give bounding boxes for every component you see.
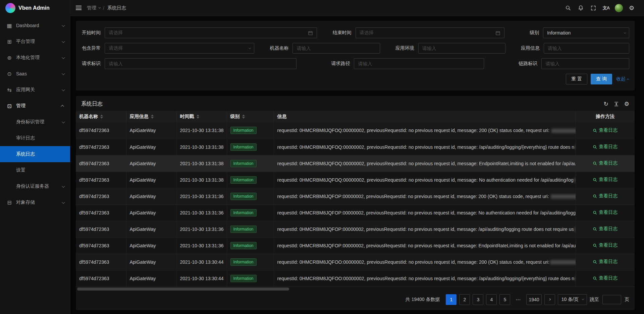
page-ellipsis[interactable]: ••• [513, 294, 524, 305]
column-header-machine-name[interactable]: 机器名称 [76, 111, 126, 122]
app-logo[interactable]: Vben Admin [0, 0, 70, 16]
cell-message: requestId: 0HMCRBM8JQFOP:00000002, previ… [274, 221, 576, 237]
include-exception-select[interactable]: 请选择 [105, 43, 254, 54]
cell-app-info: ApiGateWay [126, 204, 176, 221]
menu-fold-icon[interactable] [76, 6, 82, 10]
view-log-button[interactable]: 查看日志 [593, 275, 618, 281]
table-row[interactable]: df5974d72363 ApiGateWay 2021-10-30 13:31… [76, 237, 635, 254]
sidebar-item-localization[interactable]: ⊛ 本地化管理 [0, 50, 70, 66]
page-button-2[interactable]: 2 [459, 294, 470, 305]
sidebar-item-gateway[interactable]: ⇆ 应用网关 [0, 82, 70, 98]
timestamp-value: 2021-10-30 13:31:38 [180, 161, 224, 166]
end-time-input[interactable]: 请选择 [356, 27, 505, 38]
view-log-button[interactable]: 查看日志 [593, 259, 618, 265]
column-header-timestamp[interactable]: 时间戳 [176, 111, 227, 122]
table-row[interactable]: df5974d72363 ApiGateWay 2021-10-30 13:31… [76, 172, 635, 188]
search-icon[interactable] [561, 0, 574, 16]
sidebar-item-platform[interactable]: ⊞ 平台管理 [0, 34, 70, 50]
request-path-input[interactable] [354, 58, 484, 69]
sidebar-item-system-log[interactable]: 系统日志 [0, 146, 70, 162]
reset-button[interactable]: 重 置 [566, 74, 587, 84]
next-page-button[interactable] [544, 294, 555, 305]
view-log-button[interactable]: 查看日志 [593, 242, 618, 248]
column-header-level[interactable]: 级别 [227, 111, 274, 122]
table-row[interactable]: df5974d72363 ApiGateWay 2021-10-30 13:31… [76, 155, 635, 172]
view-log-button[interactable]: 查看日志 [593, 209, 618, 215]
view-log-button[interactable]: 查看日志 [593, 193, 618, 199]
trace-id-input[interactable] [541, 58, 629, 69]
page-button-3[interactable]: 3 [473, 294, 483, 305]
column-height-icon[interactable] [614, 102, 619, 107]
page-button-1[interactable]: 1 [446, 294, 457, 305]
app-env-input[interactable] [418, 43, 505, 54]
view-log-button[interactable]: 查看日志 [593, 177, 618, 183]
sidebar-item-auth-server[interactable]: 身份认证服务器 [0, 178, 70, 194]
placeholder-text: 请选择 [360, 30, 493, 36]
table-row[interactable]: df5974d72363 ApiGateWay 2021-10-30 13:31… [76, 188, 635, 204]
table-body: df5974d72363 ApiGateWay 2021-10-30 13:31… [76, 122, 635, 287]
pagination-total: 共 19400 条数据 [406, 297, 440, 303]
cell-level: Information [227, 221, 274, 237]
cell-app-info: ApiGateWay [126, 237, 176, 254]
page-size-value: 10 条/页 [561, 297, 579, 303]
cell-machine-name: df5974d72363 [76, 237, 126, 254]
avatar[interactable] [612, 0, 625, 16]
view-log-button[interactable]: 查看日志 [593, 127, 618, 133]
field-label: 请求路径 [330, 61, 354, 67]
scrollbar-thumb[interactable] [77, 288, 289, 291]
request-id-input[interactable] [105, 58, 297, 69]
column-header-app-info[interactable]: 应用信息 [126, 111, 176, 122]
translate-icon[interactable]: 文A [600, 0, 612, 16]
field-end-time: 结束时间 请选择 [332, 27, 505, 38]
cell-level: Information [227, 270, 274, 287]
sidebar-item-saas[interactable]: ⊙ Saas [0, 66, 70, 82]
sidebar-item-audit-log[interactable]: 审计日志 [0, 130, 70, 146]
placeholder-text: 请选择 [109, 30, 305, 36]
fullscreen-icon[interactable] [587, 0, 600, 16]
gear-icon[interactable]: ⚙ [625, 0, 638, 16]
calendar-icon [495, 30, 500, 36]
app-info-value: ApiGateWay [130, 194, 156, 199]
view-log-button[interactable]: 查看日志 [593, 160, 618, 166]
pagination: 共 19400 条数据 1 2 3 4 5 ••• 1940 10 条/页 跳至… [76, 291, 635, 309]
table-row[interactable]: df5974d72363 ApiGateWay 2021-10-30 13:31… [76, 204, 635, 221]
table-row[interactable]: df5974d72363 ApiGateWay 2021-10-30 13:30… [76, 254, 635, 270]
sidebar-item-management[interactable]: ⊡ 管理 [0, 98, 70, 114]
message-text: requestId: 0HMCRBM8JQFOQ:00000002, previ… [277, 144, 575, 150]
sidebar-item-label: 审计日志 [16, 135, 35, 141]
query-button[interactable]: 查 询 [591, 74, 612, 84]
collapse-link[interactable]: 收起 [616, 76, 629, 82]
sidebar-item-settings[interactable]: 设置 [0, 162, 70, 178]
table-row[interactable]: df5974d72363 ApiGateWay 2021-10-30 13:31… [76, 221, 635, 237]
view-log-button[interactable]: 查看日志 [593, 144, 618, 150]
app-info-input[interactable] [544, 43, 629, 54]
start-time-input[interactable]: 请选择 [105, 27, 317, 38]
machine-name-input[interactable] [292, 43, 380, 54]
table-row[interactable]: df5974d72363 ApiGateWay 2021-10-30 13:31… [76, 139, 635, 155]
table-row[interactable]: df5974d72363 ApiGateWay 2021-10-30 13:30… [76, 270, 635, 287]
sidebar-item-object-storage[interactable]: ⊟ 对象存储 [0, 194, 70, 210]
dashboard-icon: ▦ [6, 22, 13, 29]
search-icon [593, 161, 597, 166]
page-button-4[interactable]: 4 [486, 294, 497, 305]
page-button-1940[interactable]: 1940 [526, 294, 541, 305]
sidebar-item-label: 应用网关 [16, 87, 35, 93]
sidebar-item-identity-management[interactable]: 身份标识管理 [0, 114, 70, 130]
placeholder-text: 请选择 [109, 45, 246, 51]
jump-page-input[interactable] [602, 295, 621, 304]
bell-icon[interactable] [574, 0, 587, 16]
cell-machine-name: df5974d72363 [76, 155, 126, 172]
refresh-icon[interactable]: ↻ [604, 101, 608, 107]
sidebar-item-dashboard[interactable]: ▦ Dashboard [0, 17, 70, 34]
breadcrumb-section[interactable]: 管理 [87, 5, 100, 11]
table-settings-icon[interactable]: ⚙ [624, 101, 629, 107]
cell-timestamp: 2021-10-30 13:30:44 [176, 254, 227, 270]
horizontal-scrollbar[interactable] [76, 287, 634, 291]
chevron-down-icon [98, 6, 101, 9]
sidebar-item-label: 系统日志 [16, 151, 35, 157]
level-select[interactable]: Information [543, 27, 629, 38]
view-log-button[interactable]: 查看日志 [593, 226, 618, 232]
table-row[interactable]: df5974d72363 ApiGateWay 2021-10-30 13:31… [76, 122, 635, 139]
page-size-select[interactable]: 10 条/页 [558, 294, 587, 305]
page-button-5[interactable]: 5 [499, 294, 510, 305]
